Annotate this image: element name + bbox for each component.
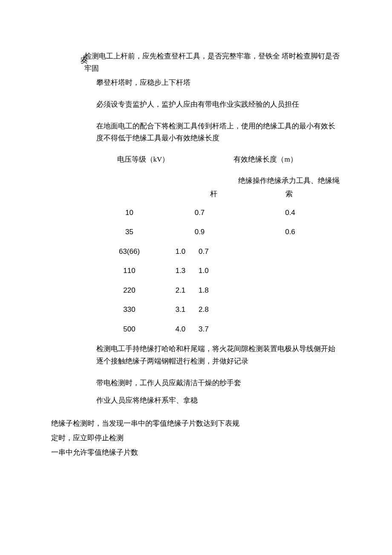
table1-sub-c: 绝缘操作绝缘承力工具、绝缘绳	[237, 175, 341, 186]
paragraph-1: 检测电工上杆前，应先检查登杆工具，是否完整牢靠，登铁全 塔时检查脚钉是否牢固	[84, 50, 341, 75]
table1-sub2-c: 索	[237, 189, 341, 200]
cell-v1: 1.3	[162, 265, 199, 276]
cell-kv: 220	[96, 285, 162, 296]
table1-header-length: 有效绝缘长度（m）	[190, 154, 341, 165]
cell-v2: 0.6	[237, 227, 343, 238]
cell-kv: 63(66)	[96, 246, 162, 257]
table-row: 500 4.0 3.7	[96, 324, 341, 335]
cell-v1: 1.0	[162, 246, 199, 257]
table1-subheader-1: 绝缘操作绝缘承力工具、绝缘绳	[96, 175, 341, 186]
bottom-line-2: 定时，应立即停止检测	[51, 431, 341, 445]
cell-v1: 2.1	[162, 285, 199, 296]
table1-sub2-b: 杆	[190, 189, 237, 200]
table1-header-row: 电压等级（kV） 有效绝缘长度（m）	[96, 154, 341, 165]
table1-sub2-empty	[96, 189, 190, 200]
cell-v2: 2.8	[199, 304, 224, 315]
cell-v2: 1.8	[199, 285, 224, 296]
cell-v2: 3.7	[199, 324, 224, 335]
cell-kv: 110	[96, 265, 162, 276]
cell-v2: 1.0	[199, 265, 224, 276]
cell-kv: 35	[96, 227, 162, 238]
bottom-block: 绝缘子检测时，当发现一串中的零值绝缘子片数达到下表规 定时，应立即停止检测 一串…	[51, 416, 341, 460]
table-row: 330 3.1 2.8	[96, 304, 341, 315]
cell-kv: 10	[96, 207, 162, 218]
paragraph-4: 在地面电工的配合下将检测工具传到杆塔上，使用的绝缘工具的最小有效长度不得低于绝缘…	[96, 120, 341, 145]
paragraph-7: 作业人员应将绝缘杆系牢、拿稳	[96, 395, 341, 407]
cell-v2: 0.4	[237, 207, 343, 218]
table1-header-voltage: 电压等级（kV）	[96, 154, 190, 165]
cell-v1: 0.7	[162, 207, 237, 218]
bottom-line-1: 绝缘子检测时，当发现一串中的零值绝缘子片数达到下表规	[51, 416, 341, 431]
paragraph-2: 攀登杆塔时，应稳步上下杆塔	[96, 77, 341, 89]
cell-v1: 0.9	[162, 227, 237, 238]
table1-subheader-2: 杆 索	[96, 189, 341, 200]
bottom-line-3: 一串中允许零值绝缘子片数	[51, 445, 341, 460]
cell-kv: 330	[96, 304, 162, 315]
table-row: 63(66) 1.0 0.7	[96, 246, 341, 257]
table1-sub-b	[190, 175, 237, 186]
table-row: 35 0.9 0.6	[96, 227, 341, 238]
cell-kv: 500	[96, 324, 162, 335]
table-row: 110 1.3 1.0	[96, 265, 341, 276]
paragraph-3: 必须设专责监护人，监护人应由有带电作业实践经验的人员担任	[96, 99, 341, 111]
table-row: 220 2.1 1.8	[96, 285, 341, 296]
cell-v2: 0.7	[199, 246, 224, 257]
paragraph-5: 检测电工手持绝缘打哈哈和杆尾端，将火花间隙检测装置电极从导线侧开始逐个接触绝缘子…	[96, 343, 341, 368]
table1-sub-empty	[96, 175, 190, 186]
cell-v1: 4.0	[162, 324, 199, 335]
cell-v1: 3.1	[162, 304, 199, 315]
table-row: 10 0.7 0.4	[96, 207, 341, 218]
paragraph-6: 带电检测时，工作人员应戴清洁干燥的纱手套	[96, 377, 341, 389]
